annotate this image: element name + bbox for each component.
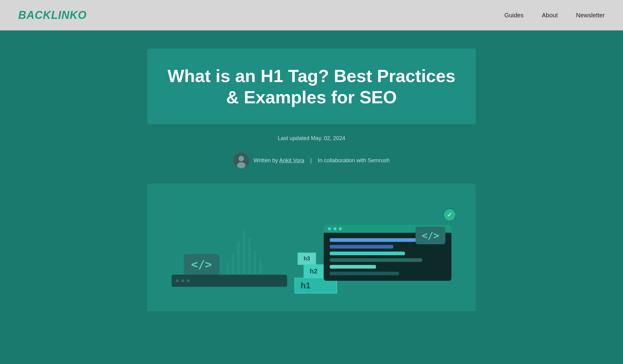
code-line-1	[330, 238, 416, 242]
last-updated: Last updated May. 02, 2024	[278, 135, 345, 142]
code-line-3	[330, 252, 405, 255]
site-header: BACKLINKO Guides About Newsletter	[0, 0, 623, 30]
check-circle-icon: ✓	[443, 208, 456, 221]
win-dot-2	[333, 227, 336, 230]
svg-point-1	[238, 156, 244, 161]
hero-illustration: </> h3 h2 h1	[147, 184, 476, 311]
win-dot-1	[328, 227, 331, 230]
vert-line-5	[248, 238, 251, 281]
code-line-5	[330, 265, 376, 269]
site-logo[interactable]: BACKLINKO	[18, 9, 87, 22]
dot-1	[176, 279, 179, 282]
main-nav: Guides About Newsletter	[504, 12, 605, 19]
vert-line-4	[243, 229, 245, 281]
code-line-4	[330, 258, 422, 262]
hero-section: What is an H1 Tag? Best Practices & Exam…	[0, 30, 623, 311]
nav-newsletter[interactable]: Newsletter	[576, 12, 605, 19]
dot-3	[187, 279, 190, 282]
code-line-6	[330, 272, 399, 275]
h3-tag: h3	[298, 252, 316, 265]
svg-point-2	[237, 162, 245, 168]
code-line-2	[330, 245, 393, 249]
nav-guides[interactable]: Guides	[504, 12, 524, 19]
window-bar-left	[172, 275, 287, 287]
author-link[interactable]: Ankit Vora	[279, 157, 304, 163]
dot-2	[181, 279, 184, 282]
vert-lines-decoration	[226, 220, 262, 281]
h2-tag: h2	[304, 264, 324, 278]
code-bracket-left: </>	[184, 254, 219, 275]
divider: |	[310, 157, 312, 164]
nav-about[interactable]: About	[542, 12, 558, 19]
page-title: What is an H1 Tag? Best Practices & Exam…	[165, 65, 458, 108]
code-bracket-right: </>	[416, 227, 445, 244]
written-by-label: Written by Ankit Vora	[253, 157, 304, 164]
author-row: Written by Ankit Vora | In collaboration…	[233, 153, 390, 168]
title-box: What is an H1 Tag? Best Practices & Exam…	[147, 49, 476, 124]
collaboration-text: In collaboration with Semrush	[318, 157, 390, 164]
author-avatar	[233, 153, 249, 168]
win-dot-3	[339, 227, 342, 230]
